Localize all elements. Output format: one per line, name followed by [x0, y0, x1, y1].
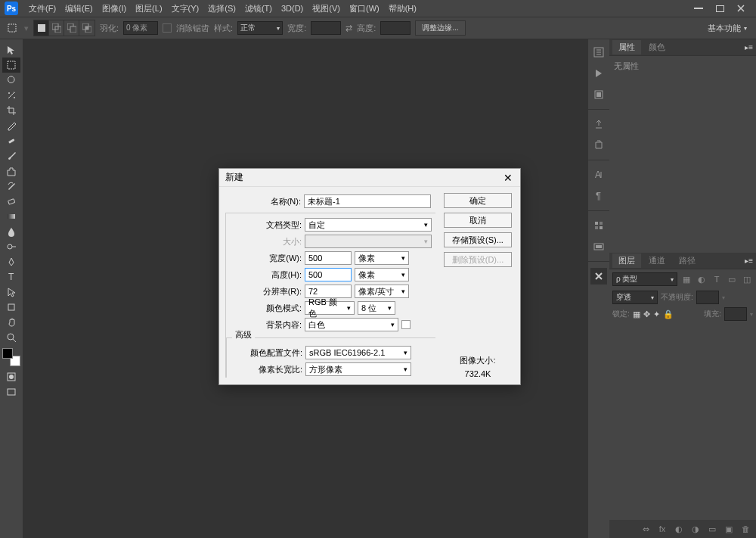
brush-tool[interactable]	[2, 148, 20, 163]
name-input[interactable]	[304, 194, 431, 208]
properties-panel-menu-icon[interactable]: ▸≡	[745, 43, 753, 51]
layer-fx-icon[interactable]: fx	[656, 523, 668, 535]
menu-filter[interactable]: 滤镜(T)	[240, 3, 277, 14]
move-tool[interactable]	[2, 42, 20, 58]
window-close-button[interactable]	[732, 3, 750, 14]
layers-panel-menu-icon[interactable]: ▸≡	[745, 257, 753, 265]
selection-add-icon[interactable]	[49, 20, 64, 36]
profile-select[interactable]: sRGB IEC61966-2.1	[305, 346, 411, 359]
history-brush-tool[interactable]	[2, 179, 20, 194]
layers-kind-select[interactable]: ρ 类型	[612, 272, 677, 286]
marquee-tool[interactable]	[2, 58, 20, 73]
brush-presets-icon[interactable]	[590, 116, 607, 132]
tab-properties[interactable]: 属性	[612, 40, 641, 54]
menu-layer[interactable]: 图层(L)	[131, 3, 166, 14]
foreground-color-swatch[interactable]	[2, 348, 13, 359]
lock-all-icon[interactable]: 🔒	[663, 309, 674, 319]
shape-tool[interactable]	[2, 300, 20, 315]
new-layer-icon[interactable]: ▣	[723, 523, 735, 535]
cancel-button[interactable]: 取消	[444, 213, 512, 228]
doctype-select[interactable]: 自定	[305, 218, 432, 232]
aspect-select[interactable]: 方形像素	[305, 362, 411, 376]
lasso-tool[interactable]	[2, 73, 20, 88]
layer-mask-icon[interactable]: ◐	[673, 523, 685, 535]
zoom-tool[interactable]	[2, 330, 20, 345]
pen-tool[interactable]	[2, 254, 20, 269]
tab-color[interactable]: 颜色	[643, 40, 671, 54]
swap-wh-icon[interactable]: ⇄	[345, 23, 352, 33]
antialias-checkbox[interactable]	[163, 23, 172, 33]
tab-paths[interactable]: 路径	[673, 253, 702, 268]
blur-tool[interactable]	[2, 224, 20, 239]
lock-position-icon[interactable]: ✥	[643, 309, 650, 319]
selection-subtract-icon[interactable]	[64, 20, 79, 36]
styles-panel-icon[interactable]	[590, 238, 607, 255]
menu-window[interactable]: 窗口(W)	[345, 3, 384, 14]
tool-preset-icon[interactable]	[5, 20, 20, 36]
adjust-edge-button[interactable]: 调整边缘...	[415, 20, 465, 36]
menu-image[interactable]: 图像(I)	[98, 3, 131, 14]
height-unit-select[interactable]: 像素	[355, 268, 409, 281]
selection-new-icon[interactable]	[34, 20, 49, 36]
menu-edit[interactable]: 编辑(E)	[60, 3, 98, 14]
filter-pixel-icon[interactable]: ▦	[680, 273, 692, 285]
window-maximize-button[interactable]	[711, 3, 729, 14]
hand-tool[interactable]	[2, 315, 20, 330]
paragraph-panel-icon[interactable]: ¶	[590, 188, 607, 204]
eraser-tool[interactable]	[2, 194, 20, 209]
path-select-tool[interactable]	[2, 285, 20, 300]
fill-input[interactable]	[724, 307, 747, 321]
link-layers-icon[interactable]: ⇔	[640, 523, 652, 535]
ok-button[interactable]: 确定	[444, 193, 512, 208]
type-tool[interactable]: T	[2, 269, 20, 285]
style-select[interactable]: 正常	[237, 21, 283, 35]
tools-panel-icon[interactable]	[590, 268, 607, 285]
swatches-panel-icon[interactable]	[590, 217, 607, 234]
menu-file[interactable]: 文件(F)	[24, 3, 60, 14]
window-minimize-button[interactable]	[689, 3, 708, 14]
filter-type-icon[interactable]: T	[711, 273, 723, 285]
menu-help[interactable]: 帮助(H)	[384, 3, 421, 14]
eyedropper-tool[interactable]	[2, 118, 20, 133]
menu-view[interactable]: 视图(V)	[308, 3, 345, 14]
lock-pixels-icon[interactable]: ▦	[633, 309, 640, 319]
crop-tool[interactable]	[2, 103, 20, 118]
clone-tool[interactable]	[2, 163, 20, 179]
color-swatches[interactable]	[2, 348, 20, 366]
bg-color-swatch[interactable]	[401, 320, 411, 329]
brushes-panel-icon[interactable]	[590, 86, 607, 103]
tab-layers[interactable]: 图层	[612, 253, 641, 268]
colormode-select[interactable]: RGB 颜色	[305, 301, 355, 315]
width-input-dlg[interactable]	[305, 251, 352, 265]
save-preset-button[interactable]: 存储预设(S)...	[444, 232, 512, 247]
height-input-dlg[interactable]	[305, 268, 352, 281]
menu-select[interactable]: 选择(S)	[203, 3, 240, 14]
delete-layer-icon[interactable]: 🗑	[739, 523, 751, 535]
width-unit-select[interactable]: 像素	[355, 251, 409, 265]
dialog-titlebar[interactable]: 新建 ✕	[219, 169, 520, 187]
history-panel-icon[interactable]	[590, 44, 607, 61]
filter-smart-icon[interactable]: ◫	[741, 273, 753, 285]
wand-tool[interactable]	[2, 88, 20, 103]
healing-tool[interactable]	[2, 133, 20, 148]
group-icon[interactable]: ▭	[706, 523, 718, 535]
dodge-tool[interactable]	[2, 239, 20, 254]
menu-3d[interactable]: 3D(D)	[277, 4, 308, 13]
gradient-tool[interactable]	[2, 209, 20, 224]
opacity-input[interactable]	[696, 291, 719, 304]
clone-source-icon[interactable]	[590, 137, 607, 154]
screen-mode-icon[interactable]	[2, 384, 20, 400]
menu-type[interactable]: 文字(Y)	[167, 3, 204, 14]
actions-panel-icon[interactable]	[590, 65, 607, 82]
tab-channels[interactable]: 通道	[643, 253, 671, 268]
resolution-unit-select[interactable]: 像素/英寸	[355, 285, 409, 298]
character-panel-icon[interactable]: A	[590, 166, 607, 183]
feather-input[interactable]	[123, 21, 158, 35]
dialog-close-button[interactable]: ✕	[502, 172, 514, 184]
colordepth-select[interactable]: 8 位	[358, 301, 395, 315]
filter-adjust-icon[interactable]: ◐	[696, 273, 708, 285]
blend-mode-select[interactable]: 穿透	[612, 291, 658, 304]
quick-mask-icon[interactable]	[2, 369, 20, 384]
selection-intersect-icon[interactable]	[79, 20, 94, 36]
adjustment-layer-icon[interactable]: ◑	[689, 523, 702, 535]
